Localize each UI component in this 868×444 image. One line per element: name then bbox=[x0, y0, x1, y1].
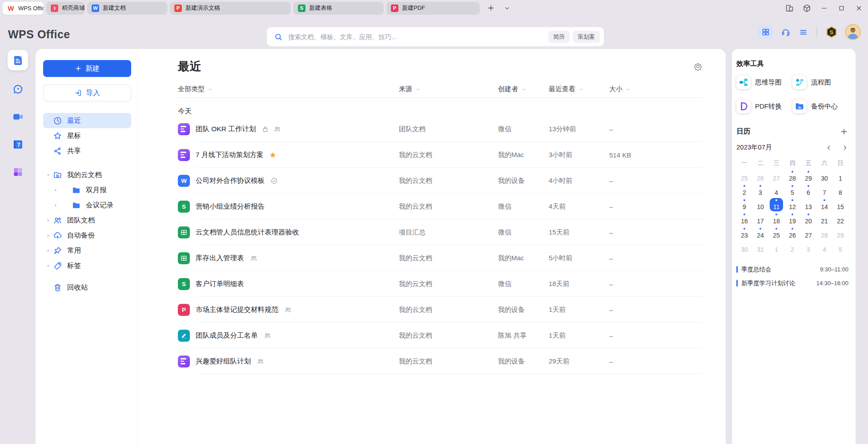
tool-flowchart[interactable]: 流程图 bbox=[792, 75, 848, 89]
table-row[interactable]: 云文档管人员信息统计表理器验收项目汇总微信15天前– bbox=[178, 219, 703, 245]
prev-month-button[interactable] bbox=[825, 144, 832, 151]
search-input[interactable] bbox=[287, 33, 545, 41]
app-tab-1[interactable]: WWPS Office bbox=[3, 2, 44, 15]
calendar-day[interactable]: 28 bbox=[816, 226, 832, 240]
tool-backup-center[interactable]: 备份中心 bbox=[792, 99, 848, 113]
sidebar-item-11[interactable]: 回收站 bbox=[43, 280, 131, 295]
sidebar-item-6[interactable]: 会议记录 bbox=[43, 198, 131, 213]
table-row[interactable]: W公司对外合作协议模板我的云文档我的设备4小时前– bbox=[178, 168, 703, 194]
app-tab-3[interactable]: W新建文档 bbox=[87, 2, 167, 15]
calendar-day[interactable]: 18 bbox=[768, 212, 784, 226]
global-search-bar[interactable]: 简历策划案 bbox=[267, 27, 604, 46]
table-row[interactable]: 库存出入管理表我的云文档我的Mac5小时前– bbox=[178, 245, 703, 271]
calendar-day[interactable]: 2 bbox=[736, 183, 752, 198]
table-row[interactable]: 兴趣爱好组队计划我的云文档我的设备29天前– bbox=[178, 348, 703, 374]
tool-mindmap[interactable]: 思维导图 bbox=[736, 75, 792, 89]
app-tab-2[interactable]: 稻壳商城 bbox=[46, 2, 84, 15]
list-settings-gear-icon[interactable] bbox=[693, 62, 703, 71]
rail-app-meeting[interactable] bbox=[12, 110, 24, 123]
calendar-day[interactable]: 13 bbox=[800, 198, 816, 212]
calendar-day[interactable]: 2 bbox=[784, 240, 800, 254]
calendar-day-selected[interactable]: 11 bbox=[768, 198, 784, 212]
sidebar-item-4[interactable]: 我的云文档 bbox=[43, 167, 131, 182]
calendar-day[interactable]: 31 bbox=[752, 240, 768, 254]
maximize-button[interactable] bbox=[836, 3, 846, 13]
calendar-day[interactable]: 1 bbox=[832, 169, 848, 183]
calendar-day[interactable]: 28 bbox=[784, 169, 800, 183]
user-avatar[interactable] bbox=[845, 24, 861, 40]
table-row[interactable]: 7 月线下活动策划方案我的云文档我的Mac3小时前514 KB bbox=[178, 142, 703, 168]
tool-pdf-convert[interactable]: PDF转换 bbox=[736, 99, 792, 113]
calendar-day[interactable]: 1 bbox=[768, 240, 784, 254]
filter-1[interactable]: 全部类型 bbox=[178, 85, 399, 93]
rail-app-workspace[interactable] bbox=[12, 165, 24, 178]
calendar-day[interactable]: 15 bbox=[832, 198, 848, 212]
close-button[interactable] bbox=[854, 3, 864, 13]
devices-button[interactable] bbox=[784, 3, 794, 13]
calendar-day[interactable]: 26 bbox=[784, 226, 800, 240]
calendar-event[interactable]: 季度总结会9:30–11:00 bbox=[736, 262, 848, 276]
rail-app-chat[interactable] bbox=[12, 83, 24, 95]
app-tab-5[interactable]: S新建表格 bbox=[293, 2, 384, 15]
calendar-day[interactable]: 20 bbox=[800, 212, 816, 226]
calendar-day[interactable]: 3 bbox=[800, 240, 816, 254]
import-button[interactable]: 导入 bbox=[43, 85, 131, 101]
calendar-day[interactable]: 29 bbox=[800, 169, 816, 183]
calendar-day[interactable]: 22 bbox=[832, 212, 848, 226]
table-row[interactable]: 团队成员及分工名单我的云文档陈旭 共享1天前– bbox=[178, 323, 703, 348]
cube-button[interactable] bbox=[802, 3, 812, 13]
sidebar-item-3[interactable]: 共享 bbox=[43, 143, 131, 158]
minimize-button[interactable] bbox=[819, 3, 829, 13]
app-tab-4[interactable]: P新建演示文稿 bbox=[170, 2, 291, 15]
table-row[interactable]: S营销小组业绩分析报告我的云文档微信4天前– bbox=[178, 194, 703, 219]
calendar-event[interactable]: 新季度学习计划讨论14:30–16:00 bbox=[736, 276, 848, 290]
filter-4[interactable]: 最近查看 bbox=[549, 85, 609, 93]
calendar-day[interactable]: 3 bbox=[752, 183, 768, 198]
sidebar-item-7[interactable]: 团队文档 bbox=[43, 213, 131, 228]
sidebar-item-10[interactable]: 标签 bbox=[43, 258, 131, 273]
main-menu-button[interactable] bbox=[798, 27, 808, 37]
filter-5[interactable]: 大小 bbox=[609, 85, 703, 93]
calendar-day[interactable]: 5 bbox=[784, 183, 800, 198]
search-tag-2[interactable]: 策划案 bbox=[573, 31, 600, 43]
rail-app-docs[interactable] bbox=[8, 50, 28, 70]
svip-badge[interactable]: S bbox=[825, 25, 838, 39]
new-tab-button[interactable] bbox=[486, 3, 496, 13]
sidebar-item-1[interactable]: 最近 bbox=[43, 113, 131, 128]
calendar-day[interactable]: 10 bbox=[752, 198, 768, 212]
calendar-day[interactable]: 19 bbox=[784, 212, 800, 226]
next-month-button[interactable] bbox=[841, 144, 848, 151]
rail-app-calendar7[interactable]: 7 bbox=[12, 138, 24, 150]
support-button[interactable] bbox=[780, 27, 791, 37]
new-document-button[interactable]: 新建 bbox=[43, 60, 131, 77]
add-event-button[interactable] bbox=[840, 127, 848, 136]
table-row[interactable]: P市场主体登记提交材料规范我的云文档我的设备1天前– bbox=[178, 297, 703, 323]
sidebar-item-8[interactable]: 自动备份 bbox=[43, 228, 131, 243]
sidebar-item-2[interactable]: 星标 bbox=[43, 128, 131, 143]
calendar-day[interactable]: 5 bbox=[832, 240, 848, 254]
sidebar-item-5[interactable]: 双月报 bbox=[43, 182, 131, 198]
calendar-day[interactable]: 24 bbox=[752, 226, 768, 240]
calendar-day[interactable]: 30 bbox=[736, 240, 752, 254]
calendar-day[interactable]: 14 bbox=[816, 198, 832, 212]
calendar-day[interactable]: 17 bbox=[752, 212, 768, 226]
calendar-day[interactable]: 29 bbox=[832, 226, 848, 240]
calendar-day[interactable]: 30 bbox=[816, 169, 832, 183]
calendar-day[interactable]: 7 bbox=[816, 183, 832, 198]
calendar-day[interactable]: 12 bbox=[784, 198, 800, 212]
calendar-day[interactable]: 25 bbox=[736, 169, 752, 183]
calendar-day[interactable]: 4 bbox=[816, 240, 832, 254]
calendar-day[interactable]: 16 bbox=[736, 212, 752, 226]
calendar-day[interactable]: 21 bbox=[816, 212, 832, 226]
calendar-day[interactable]: 9 bbox=[736, 198, 752, 212]
app-tab-6[interactable]: P新建PDF bbox=[386, 2, 480, 15]
tab-list-button[interactable] bbox=[502, 3, 512, 13]
calendar-day[interactable]: 4 bbox=[768, 183, 784, 198]
table-row[interactable]: 团队 OKR 工作计划团队文档微信13分钟前– bbox=[178, 116, 703, 142]
calendar-day[interactable]: 26 bbox=[752, 169, 768, 183]
calendar-day[interactable]: 25 bbox=[768, 226, 784, 240]
calendar-day[interactable]: 8 bbox=[832, 183, 848, 198]
calendar-day[interactable]: 27 bbox=[800, 226, 816, 240]
search-tag-1[interactable]: 简历 bbox=[548, 31, 570, 43]
filter-3[interactable]: 创建者 bbox=[498, 85, 549, 93]
